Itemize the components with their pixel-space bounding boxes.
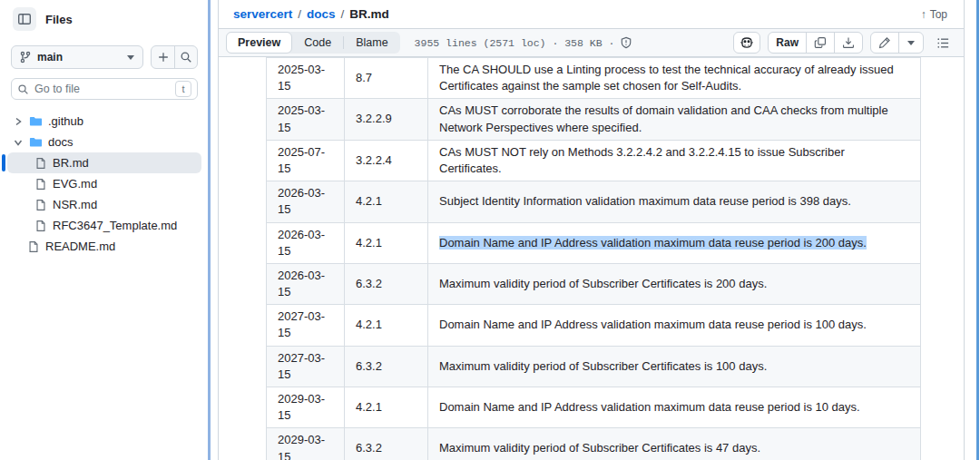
window-edge — [976, 0, 979, 460]
download-icon — [842, 36, 855, 49]
description-text: The CA SHOULD use a Linting process to t… — [439, 63, 894, 93]
pencil-icon — [878, 36, 891, 49]
description-cell: The CA SHOULD use a Linting process to t… — [428, 58, 921, 99]
file-icon — [34, 157, 47, 170]
description-text: Domain Name and IP Address validation ma… — [439, 236, 867, 250]
copilot-button[interactable] — [733, 32, 760, 54]
table-row: 2026-03-15 4.2.1 Subject Identity Inform… — [267, 181, 921, 222]
breadcrumb: servercert / docs / BR.md ↑ Top — [219, 0, 964, 29]
download-button[interactable] — [834, 33, 862, 53]
description-text: Maximum validity period of Subscriber Ce… — [439, 441, 760, 455]
date-cell: 2025-03-15 — [267, 58, 345, 99]
copy-icon — [814, 36, 827, 49]
file-icon — [27, 240, 40, 253]
tab-preview[interactable]: Preview — [226, 32, 292, 54]
breadcrumb-folder-link[interactable]: docs — [307, 7, 336, 21]
section-cell: 3.2.2.9 — [345, 99, 428, 140]
up-arrow-icon: ↑ — [921, 8, 926, 21]
tab-blame[interactable]: Blame — [344, 32, 399, 54]
date-cell: 2026-03-15 — [267, 263, 345, 304]
raw-button[interactable]: Raw — [769, 33, 806, 53]
files-header: Files — [0, 0, 209, 36]
breadcrumb-current-file: BR.md — [349, 7, 389, 21]
description-cell: Domain Name and IP Address validation ma… — [428, 387, 921, 428]
outline-button[interactable] — [931, 32, 955, 54]
copy-raw-button[interactable] — [806, 33, 834, 53]
new-file-button[interactable] — [152, 46, 174, 68]
branch-selector[interactable]: main — [11, 45, 143, 69]
file-view-card: servercert / docs / BR.md ↑ Top Preview … — [218, 0, 965, 460]
chevron-down-icon — [13, 138, 24, 147]
go-to-file-input[interactable] — [34, 83, 170, 95]
chevron-down-icon — [126, 53, 135, 62]
description-cell: Subject Identity Information validation … — [428, 181, 921, 222]
breadcrumb-repo-link[interactable]: servercert — [233, 7, 292, 21]
panel-resize-handle[interactable] — [208, 0, 211, 460]
file-toolbar: Preview Code Blame 3955 lines (2571 loc)… — [219, 29, 964, 57]
table-row: 2026-03-15 6.3.2 Maximum validity period… — [267, 263, 921, 304]
go-to-file-search[interactable]: t — [11, 78, 198, 100]
description-text: Subject Identity Information validation … — [439, 194, 851, 208]
shortcut-key-badge: t — [175, 81, 191, 97]
description-cell: Maximum validity period of Subscriber Ce… — [428, 263, 921, 304]
tree-item-nsrmd[interactable]: NSR.md — [7, 194, 201, 215]
edit-dropdown-button[interactable] — [898, 33, 923, 53]
table-row: 2029-03-15 6.3.2 Maximum validity period… — [267, 428, 921, 460]
date-cell: 2025-03-15 — [267, 99, 345, 140]
table-row: 2025-03-15 8.7 The CA SHOULD use a Linti… — [267, 58, 921, 99]
file-tree: .github docs BR.md EVG.md NSR.md RFC3647… — [0, 111, 209, 257]
section-cell: 6.3.2 — [345, 428, 428, 460]
date-cell: 2029-03-15 — [267, 428, 345, 460]
table-row: 2029-03-15 4.2.1 Domain Name and IP Addr… — [267, 387, 921, 428]
selected-indicator — [2, 154, 5, 171]
chevron-right-icon — [13, 117, 24, 126]
table-row: 2027-03-15 6.3.2 Maximum validity period… — [267, 346, 921, 387]
shield-exclamation-icon — [620, 36, 632, 49]
search-icon — [180, 51, 192, 64]
section-cell: 6.3.2 — [345, 346, 428, 387]
tree-item-github-folder[interactable]: .github — [7, 111, 201, 132]
file-icon — [34, 178, 47, 191]
description-cell: Maximum validity period of Subscriber Ce… — [428, 428, 921, 460]
tree-item-brmd[interactable]: BR.md — [7, 152, 201, 173]
tree-item-rfc3647-template[interactable]: RFC3647_Template.md — [7, 215, 201, 236]
back-to-top-link[interactable]: ↑ Top — [921, 8, 947, 21]
changes-table-body: 2025-03-15 8.7 The CA SHOULD use a Linti… — [267, 58, 921, 460]
folder-open-icon — [29, 135, 43, 149]
tree-item-docs-folder[interactable]: docs — [7, 132, 201, 152]
tree-item-readme[interactable]: README.md — [7, 236, 201, 257]
description-text: Domain Name and IP Address validation ma… — [439, 400, 860, 414]
folder-icon — [29, 114, 43, 128]
edit-group — [870, 32, 924, 54]
search-tree-button[interactable] — [174, 46, 197, 68]
plus-icon — [157, 51, 170, 64]
side-panel-icon — [17, 12, 32, 26]
markdown-preview: 2025-03-15 8.7 The CA SHOULD use a Linti… — [219, 57, 964, 460]
chevron-down-icon — [906, 38, 916, 47]
date-cell: 2025-07-15 — [267, 140, 345, 181]
collapse-sidebar-button[interactable] — [13, 7, 36, 31]
branch-name: main — [37, 51, 121, 64]
breadcrumb-separator: / — [298, 7, 301, 21]
tab-code[interactable]: Code — [292, 32, 343, 54]
search-icon — [17, 83, 29, 95]
tree-item-evgmd[interactable]: EVG.md — [7, 173, 201, 194]
description-text: CAs MUST NOT rely on Methods 3.2.2.4.2 a… — [439, 145, 845, 175]
description-text: Maximum validity period of Subscriber Ce… — [439, 277, 767, 290]
changes-table: 2025-03-15 8.7 The CA SHOULD use a Linti… — [266, 57, 921, 460]
date-cell: 2027-03-15 — [267, 346, 345, 387]
files-panel-title: Files — [45, 13, 73, 26]
date-cell: 2026-03-15 — [267, 181, 345, 222]
edit-file-button[interactable] — [871, 33, 898, 53]
description-text: Maximum validity period of Subscriber Ce… — [439, 359, 767, 373]
description-text: CAs MUST corroborate the results of doma… — [439, 103, 888, 133]
description-cell: Domain Name and IP Address validation ma… — [428, 305, 921, 346]
table-row: 2027-03-15 4.2.1 Domain Name and IP Addr… — [267, 305, 921, 346]
table-row: 2025-03-15 3.2.2.9 CAs MUST corroborate … — [267, 99, 921, 140]
section-cell: 4.2.1 — [345, 181, 428, 222]
file-info: 3955 lines (2571 loc) · 358 KB · — [415, 36, 633, 49]
list-unordered-icon — [936, 36, 950, 50]
description-cell: Domain Name and IP Address validation ma… — [428, 222, 921, 263]
section-cell: 3.2.2.4 — [345, 140, 428, 181]
description-cell: CAs MUST NOT rely on Methods 3.2.2.4.2 a… — [428, 140, 921, 181]
